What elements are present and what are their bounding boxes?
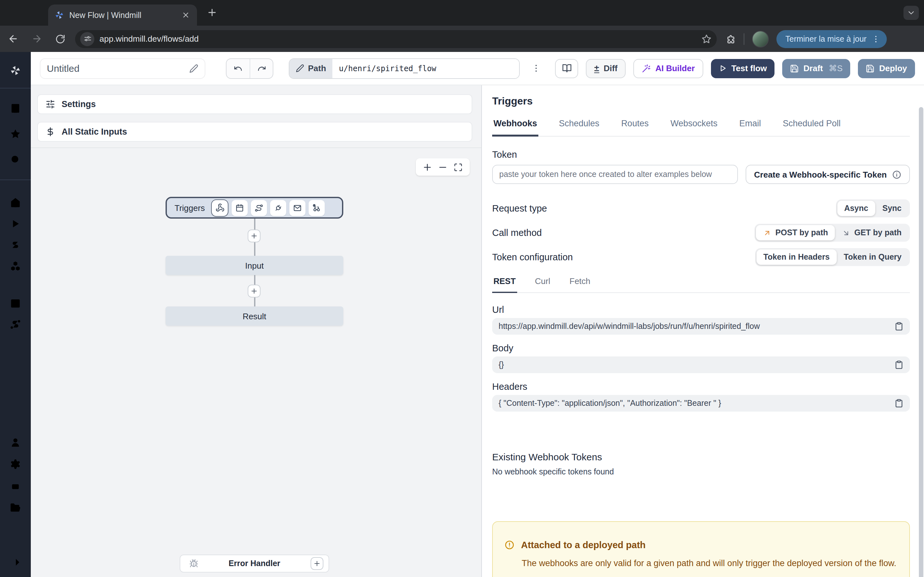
test-flow-label: Test flow — [732, 63, 767, 73]
sidebar-item-favorites[interactable] — [10, 128, 21, 140]
websocket-trigger-icon[interactable] — [270, 200, 286, 216]
more-options-kebab-icon[interactable] — [531, 63, 541, 73]
bookmark-star-icon[interactable] — [701, 34, 712, 44]
url-label: Url — [492, 305, 910, 315]
token-input[interactable] — [492, 165, 738, 184]
url-bar[interactable]: app.windmill.dev/flows/add — [75, 30, 717, 48]
deploy-button[interactable]: Deploy — [858, 59, 915, 78]
request-type-label: Request type — [492, 203, 547, 213]
save-icon — [790, 64, 799, 73]
zoom-in-button[interactable] — [420, 158, 435, 176]
fit-view-button[interactable] — [451, 158, 466, 176]
tab-websockets[interactable]: Websockets — [669, 119, 719, 136]
sidebar-item-settings[interactable] — [10, 458, 21, 470]
add-error-handler-button[interactable] — [310, 557, 323, 570]
browser-tab[interactable]: New Flow | Windmill — [48, 5, 197, 26]
copy-url-clipboard-icon[interactable] — [895, 322, 903, 331]
error-handler-node[interactable]: Error Handler — [180, 554, 329, 572]
forward-icon[interactable] — [26, 29, 47, 48]
sidebar-item-resources[interactable] — [10, 260, 21, 272]
tab-routes[interactable]: Routes — [620, 119, 650, 136]
flow-name: Untitled — [47, 63, 189, 74]
zoom-out-button[interactable] — [435, 158, 451, 176]
result-node[interactable]: Result — [166, 306, 343, 326]
sidebar-item-audit-logs[interactable] — [10, 524, 21, 535]
sidebar — [0, 52, 31, 577]
sidebar-item-schedules[interactable] — [10, 298, 21, 309]
connector-line — [254, 219, 255, 229]
sidebar-item-workers[interactable] — [10, 480, 21, 492]
draft-button[interactable]: Draft ⌘S — [782, 59, 850, 78]
headers-field: { "Content-Type": "application/json", "A… — [492, 395, 910, 412]
browser-menu-kebab-icon[interactable] — [872, 34, 881, 43]
browser-update-button[interactable]: Terminer la mise à jour — [776, 30, 887, 48]
deploy-label: Deploy — [879, 63, 907, 73]
add-step-button[interactable] — [248, 285, 260, 298]
token-in-query-option[interactable]: Token in Query — [837, 250, 909, 265]
copy-headers-clipboard-icon[interactable] — [895, 399, 903, 408]
flow-name-box[interactable]: Untitled — [40, 58, 205, 79]
sync-option[interactable]: Sync — [875, 201, 909, 216]
profile-avatar[interactable] — [752, 31, 769, 47]
settings-bar[interactable]: Settings — [37, 94, 472, 114]
path-input[interactable] — [333, 59, 519, 78]
undo-button[interactable] — [226, 59, 250, 78]
path-group: Path — [289, 58, 520, 79]
tab-close-icon[interactable] — [180, 10, 191, 20]
email-trigger-icon[interactable] — [289, 200, 305, 216]
docs-book-button[interactable] — [555, 59, 578, 78]
sidebar-item-home[interactable] — [10, 197, 21, 208]
scrollbar-thumb[interactable] — [919, 107, 923, 577]
triggers-node[interactable]: Triggers — [166, 197, 343, 219]
diff-button[interactable]: ± Diff — [586, 59, 626, 78]
url-text[interactable]: app.windmill.dev/flows/add — [99, 34, 696, 44]
token-in-headers-option[interactable]: Token in Headers — [756, 250, 837, 265]
copy-body-clipboard-icon[interactable] — [895, 360, 903, 369]
sidebar-item-search[interactable] — [10, 154, 21, 165]
sidebar-divider — [0, 179, 31, 180]
tab-fetch[interactable]: Fetch — [568, 276, 591, 292]
tab-curl[interactable]: Curl — [533, 276, 551, 292]
redo-button[interactable] — [250, 59, 273, 78]
sidebar-item-add[interactable] — [10, 340, 21, 351]
sidebar-item-workspace[interactable] — [10, 103, 21, 114]
windmill-logo-icon[interactable] — [10, 65, 21, 76]
route-trigger-icon[interactable] — [251, 200, 267, 216]
sidebar-item-runs[interactable] — [10, 218, 21, 229]
async-option[interactable]: Async — [837, 201, 875, 216]
input-node-label: Input — [245, 261, 264, 270]
tab-search-chevron-icon[interactable] — [903, 6, 919, 20]
sidebar-item-routes[interactable] — [10, 319, 21, 330]
wand-icon — [642, 64, 651, 73]
back-icon[interactable] — [2, 29, 24, 48]
sidebar-item-account[interactable] — [10, 437, 21, 448]
extensions-puzzle-icon[interactable] — [726, 34, 736, 44]
sidebar-item-variables[interactable] — [10, 239, 21, 251]
ai-builder-button[interactable]: AI Builder — [634, 59, 703, 78]
sidebar-collapse-arrow-icon[interactable] — [10, 556, 21, 568]
tab-scheduled-poll[interactable]: Scheduled Poll — [782, 119, 842, 136]
scheduled-poll-trigger-icon[interactable] — [309, 200, 325, 216]
post-by-path-option[interactable]: POST by path — [756, 225, 835, 240]
reload-icon[interactable] — [49, 29, 71, 48]
webhook-trigger-icon[interactable] — [211, 199, 228, 216]
tab-rest[interactable]: REST — [492, 276, 517, 293]
plus-minus-icon: ± — [594, 63, 599, 73]
tab-schedules[interactable]: Schedules — [557, 119, 601, 136]
create-webhook-token-button[interactable]: Create a Webhook-specific Token — [746, 165, 910, 184]
site-info-icon[interactable] — [80, 32, 94, 46]
all-static-inputs-bar[interactable]: All Static Inputs — [37, 122, 472, 142]
new-tab-icon[interactable] — [207, 7, 218, 18]
panel-scrollbar[interactable] — [919, 94, 923, 577]
triggers-panel: Triggers Webhooks Schedules Routes Webso… — [481, 85, 924, 577]
get-by-path-option[interactable]: GET by path — [835, 225, 909, 240]
tab-title: New Flow | Windmill — [69, 11, 175, 19]
edit-name-pencil-icon[interactable] — [189, 64, 198, 73]
add-step-button[interactable] — [248, 229, 260, 242]
input-node[interactable]: Input — [166, 256, 343, 275]
tab-webhooks[interactable]: Webhooks — [492, 119, 538, 137]
tab-email[interactable]: Email — [738, 119, 762, 136]
sidebar-item-folders[interactable] — [10, 502, 21, 514]
test-flow-button[interactable]: Test flow — [711, 59, 775, 78]
schedule-trigger-icon[interactable] — [232, 200, 248, 216]
